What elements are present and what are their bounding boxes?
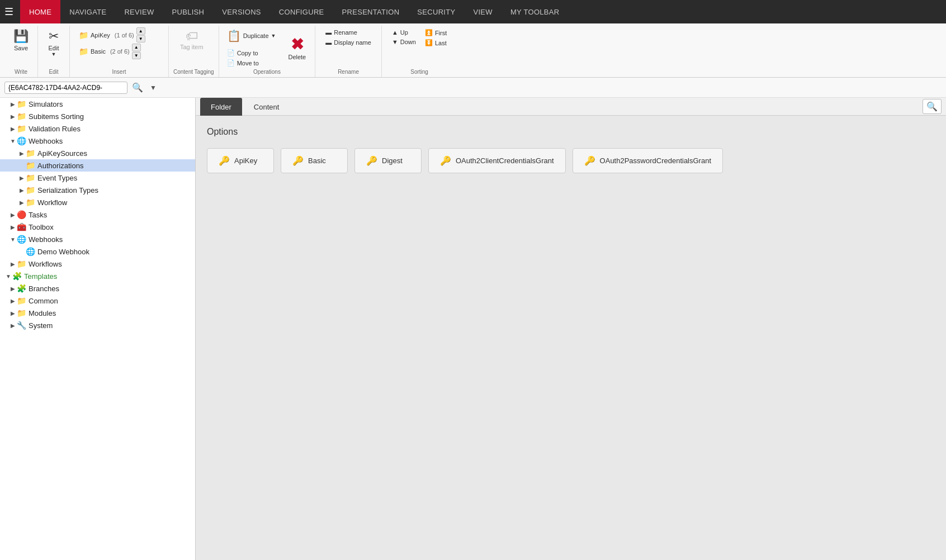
toolbox-icon: 🧰 [17, 222, 26, 231]
tree-item-event-types[interactable]: ▶ 📁 Event Types [0, 172, 195, 184]
arrow-workflow-top: ▶ [18, 200, 26, 206]
content-search-button[interactable]: 🔍 [923, 99, 942, 114]
tree-item-workflows[interactable]: ▶ 📁 Workflows [0, 258, 195, 270]
task-icon: 🔴 [17, 210, 26, 219]
label-system: System [29, 321, 53, 330]
tree-item-authorizations[interactable]: 📁 Authorizations [0, 159, 195, 172]
tree-item-serialization-types[interactable]: ▶ 📁 Serialization Types [0, 184, 195, 196]
save-icon: 💾 [13, 29, 29, 44]
arrow-apikey-sources: ▶ [18, 150, 26, 156]
hamburger-menu[interactable]: ☰ [4, 6, 13, 18]
up-button[interactable]: ▲ Up [389, 28, 419, 37]
delete-button[interactable]: ✖ Delete [283, 33, 310, 63]
options-content: Options 🔑 ApiKey 🔑 Basic 🔑 Digest 🔑 OAut… [196, 116, 946, 560]
tree-item-webhooks-top[interactable]: ▼ 🌐 Webhooks [0, 135, 195, 147]
globe-icon-demo-webhook: 🌐 [26, 247, 35, 256]
first-button[interactable]: ⏫ First [422, 28, 450, 37]
nav-tab-publish[interactable]: PUBLISH [163, 0, 214, 23]
nav-tab-home[interactable]: HOME [20, 0, 60, 23]
option-label-basic: Basic [308, 156, 326, 165]
nav-tab-navigate[interactable]: NAVIGATE [60, 0, 115, 23]
option-oauth2client[interactable]: 🔑 OAuth2ClientCredentialsGrant [428, 148, 566, 173]
folder-icon-validation: 📁 [17, 124, 26, 133]
top-nav-bar: ☰ HOME NAVIGATE REVIEW PUBLISH VERSIONS … [0, 0, 946, 23]
duplicate-button[interactable]: 📋 Duplicate ▼ [224, 27, 280, 45]
folder-icon-basic: 📁 [79, 47, 88, 56]
arrow-up-basic[interactable]: ▲ [132, 44, 141, 51]
copy-to-button[interactable]: 📄 Copy to [224, 48, 262, 58]
folder-icon-apikey: 📁 [79, 31, 88, 40]
tree-item-apikey-sources[interactable]: ▶ 📁 ApiKeySources [0, 147, 195, 159]
display-name-icon: ▬ [325, 39, 332, 46]
down-icon: ▼ [392, 39, 398, 45]
tree-item-branches[interactable]: ▶ 🧩 Branches [0, 282, 195, 295]
save-button[interactable]: 💾 Save [9, 27, 33, 54]
arrow-up-apikey[interactable]: ▲ [136, 27, 145, 35]
sort-col-firstlast: ⏫ First ⏬ Last [422, 28, 450, 48]
folder-icon-workflows: 📁 [17, 259, 26, 268]
down-button[interactable]: ▼ Down [389, 37, 419, 46]
tree-item-tasks[interactable]: ▶ 🔴 Tasks [0, 208, 195, 221]
option-label-oauth2password: OAuth2PasswordCredentialsGrant [600, 156, 711, 165]
operations-content: 📋 Duplicate ▼ 📄 Copy to 📄 Move to [224, 27, 311, 69]
nav-tab-configure[interactable]: CONFIGURE [270, 0, 333, 23]
options-grid: 🔑 ApiKey 🔑 Basic 🔑 Digest 🔑 OAuth2Client… [207, 148, 935, 173]
arrow-workflows: ▶ [9, 261, 17, 267]
tree-item-system[interactable]: ▶ 🔧 System [0, 319, 195, 331]
path-search-input[interactable] [4, 82, 127, 94]
insert-row-apikey: 📁 ApiKey (1 of 6) ▲ ▼ [74, 27, 146, 43]
tab-content[interactable]: Content [243, 98, 290, 116]
up-icon: ▲ [392, 29, 398, 36]
last-button[interactable]: ⏬ Last [422, 38, 450, 48]
puzzle-icon-templates: 🧩 [12, 272, 22, 281]
tree-item-toolbox[interactable]: ▶ 🧰 Toolbox [0, 221, 195, 233]
rename-button[interactable]: ▬ Rename [322, 28, 361, 37]
option-apikey[interactable]: 🔑 ApiKey [207, 148, 274, 173]
option-oauth2password[interactable]: 🔑 OAuth2PasswordCredentialsGrant [573, 148, 723, 173]
ribbon-group-save: 💾 Save Write [4, 26, 38, 77]
ribbon-toolbar: 💾 Save Write ✂ Edit ▼ Edit 📁 ApiKey (1 o… [0, 23, 946, 78]
tree-item-webhooks-bottom[interactable]: ▼ 🌐 Webhooks [0, 233, 195, 245]
search-button[interactable]: 🔍 [130, 81, 145, 94]
label-webhooks-bottom: Webhooks [29, 235, 63, 244]
move-to-button[interactable]: 📄 Move to [224, 58, 262, 68]
insert-basic[interactable]: 📁 Basic [75, 46, 109, 57]
label-subitems: Subitems Sorting [29, 112, 84, 121]
option-basic[interactable]: 🔑 Basic [281, 148, 348, 173]
display-name-button[interactable]: ▬ Display name [322, 38, 375, 47]
options-title: Options [207, 127, 935, 137]
nav-tab-mytoolbar[interactable]: MY TOOLBAR [502, 0, 569, 23]
tree-item-simulators[interactable]: ▶ 📁 Simulators [0, 98, 195, 110]
label-serialization: Serialization Types [37, 186, 98, 194]
content-panel: Folder Content 🔍 Options 🔑 ApiKey 🔑 Basi… [196, 98, 946, 560]
nav-tab-presentation[interactable]: PRESENTATION [333, 0, 409, 23]
label-event-types: Event Types [37, 174, 77, 182]
path-dropdown-button[interactable]: ▼ [148, 83, 159, 93]
nav-tab-security[interactable]: SECURITY [408, 0, 464, 23]
folder-icon-workflow-top: 📁 [26, 198, 35, 207]
tab-folder[interactable]: Folder [200, 98, 242, 116]
tree-item-modules[interactable]: ▶ 📁 Modules [0, 307, 195, 319]
edit-button[interactable]: ✂ Edit ▼ [42, 27, 65, 59]
arrow-branches: ▶ [9, 286, 17, 292]
option-digest[interactable]: 🔑 Digest [354, 148, 422, 173]
sorting-content: ▲ Up ▼ Down ⏫ First ⏬ Last [386, 27, 452, 69]
arrow-down-apikey[interactable]: ▼ [136, 35, 145, 42]
label-branches: Branches [29, 284, 59, 293]
label-modules: Modules [29, 309, 56, 317]
nav-tab-view[interactable]: VIEW [464, 0, 501, 23]
nav-tab-versions[interactable]: VERSIONS [213, 0, 270, 23]
arrow-down-basic[interactable]: ▼ [132, 52, 141, 59]
arrow-webhooks-bottom: ▼ [9, 236, 17, 243]
nav-tab-review[interactable]: REVIEW [115, 0, 163, 23]
folder-icon-serialization: 📁 [26, 186, 35, 194]
arrow-modules: ▶ [9, 310, 17, 316]
tree-item-validation-rules[interactable]: ▶ 📁 Validation Rules [0, 122, 195, 135]
tree-item-templates[interactable]: ▼ 🧩 Templates [0, 270, 195, 282]
tree-item-workflow-top[interactable]: ▶ 📁 Workflow [0, 196, 195, 208]
tree-item-demo-webhook[interactable]: 🌐 Demo Webhook [0, 245, 195, 258]
tree-item-common[interactable]: ▶ 📁 Common [0, 295, 195, 307]
insert-section: 📁 ApiKey (1 of 6) ▲ ▼ 📁 Basic (2 of 6) ▲… [74, 27, 164, 69]
tree-item-subitems-sorting[interactable]: ▶ 📁 Subitems Sorting [0, 110, 195, 122]
insert-apikey[interactable]: 📁 ApiKey [75, 30, 113, 41]
